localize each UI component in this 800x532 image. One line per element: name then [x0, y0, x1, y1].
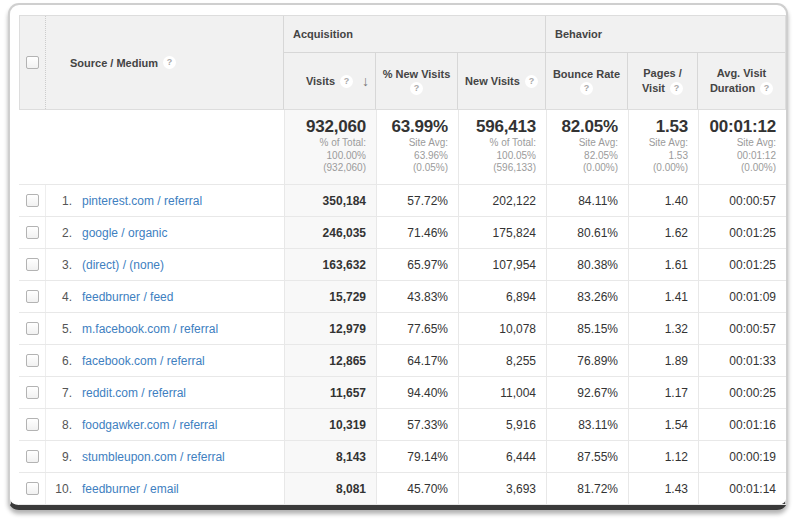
- column-header-new-visits[interactable]: New Visits ?: [457, 53, 545, 109]
- source-medium-link[interactable]: (direct) / (none): [82, 258, 164, 272]
- row-checkbox-cell: [19, 217, 45, 248]
- avg-visit-duration-value: 00:01:33: [698, 345, 786, 376]
- source-medium-label: Source / Medium: [70, 57, 158, 69]
- source-medium-cell: 10. feedburner / email: [45, 473, 284, 504]
- row-checkbox[interactable]: [26, 226, 39, 239]
- row-checkbox[interactable]: [26, 258, 39, 271]
- row-checkbox-cell: [19, 409, 45, 440]
- source-medium-cell: 2. google / organic: [45, 217, 284, 248]
- source-medium-link[interactable]: google / organic: [82, 226, 167, 240]
- new-visits-label: New Visits: [465, 74, 520, 89]
- row-index: 1.: [46, 194, 72, 208]
- summary-new-visits-subtext: % of Total:: [489, 137, 536, 150]
- help-icon[interactable]: ?: [525, 75, 538, 88]
- avg-visit-duration-label-line1: Avg. Visit: [717, 66, 767, 81]
- help-icon[interactable]: ?: [163, 56, 176, 69]
- row-checkbox[interactable]: [26, 322, 39, 335]
- source-medium-cell: 8. foodgawker.com / referral: [45, 409, 284, 440]
- source-medium-cell: 6. facebook.com / referral: [45, 345, 284, 376]
- column-header-source-medium[interactable]: Source / Medium ?: [46, 56, 283, 69]
- column-header-visits[interactable]: Visits ? ↓: [283, 53, 375, 109]
- summary-avg-visit-duration-value: 00:01:12: [710, 117, 776, 137]
- row-checkbox-cell: [19, 281, 45, 312]
- column-header-bounce-rate[interactable]: Bounce Rate ?: [545, 53, 627, 109]
- summary-visits-subtext: % of Total:: [319, 137, 366, 150]
- column-header-pages-per-visit[interactable]: Pages / Visit ?: [627, 53, 697, 109]
- bounce-rate-label: Bounce Rate: [553, 67, 620, 82]
- column-header-pct-new-visits[interactable]: % New Visits ?: [375, 53, 457, 109]
- row-index: 8.: [46, 418, 72, 432]
- new-visits-value: 6,894: [458, 281, 546, 312]
- row-checkbox[interactable]: [26, 290, 39, 303]
- row-checkbox[interactable]: [26, 450, 39, 463]
- row-checkbox-cell: [19, 313, 45, 344]
- row-checkbox-cell: [19, 185, 45, 216]
- row-checkbox[interactable]: [26, 194, 39, 207]
- source-medium-cell: 5. m.facebook.com / referral: [45, 313, 284, 344]
- source-medium-link[interactable]: feedburner / feed: [82, 290, 173, 304]
- select-all-checkbox[interactable]: [26, 56, 39, 69]
- behavior-label: Behavior: [555, 28, 602, 40]
- column-header-avg-visit-duration[interactable]: Avg. Visit Duration ?: [697, 53, 785, 109]
- summary-pct-new-visits-value: 63.99%: [392, 117, 448, 137]
- table-row: 3. (direct) / (none) 163,632 65.97% 107,…: [19, 249, 786, 281]
- bounce-rate-value: 80.61%: [546, 217, 628, 248]
- source-medium-link[interactable]: pinterest.com / referral: [82, 194, 202, 208]
- pages-per-visit-value: 1.12: [628, 441, 698, 472]
- avg-visit-duration-value: 00:01:25: [698, 249, 786, 280]
- table-header: Source / Medium ? Acquisition Behavior: [19, 15, 786, 110]
- row-checkbox-cell: [19, 441, 45, 472]
- source-medium-link[interactable]: m.facebook.com / referral: [82, 322, 218, 336]
- summary-visits: 932,060% of Total:100.00%(932,060): [284, 110, 376, 184]
- sort-desc-icon[interactable]: ↓: [362, 74, 369, 89]
- source-medium-link[interactable]: stumbleupon.com / referral: [82, 450, 225, 464]
- help-icon[interactable]: ?: [340, 75, 353, 88]
- help-icon[interactable]: ?: [580, 82, 593, 95]
- source-medium-cell: 4. feedburner / feed: [45, 281, 284, 312]
- summary-visits-subtext: (932,060): [323, 162, 366, 175]
- group-header-acquisition: Acquisition: [283, 16, 545, 52]
- pages-per-visit-value: 1.41: [628, 281, 698, 312]
- visits-value: 8,081: [284, 473, 376, 504]
- row-checkbox[interactable]: [26, 482, 39, 495]
- row-checkbox[interactable]: [26, 354, 39, 367]
- help-icon[interactable]: ?: [670, 82, 683, 95]
- group-header-row: Acquisition Behavior: [283, 16, 785, 53]
- avg-visit-duration-value: 00:00:19: [698, 441, 786, 472]
- row-index: 5.: [46, 322, 72, 336]
- row-checkbox-cell: [19, 377, 45, 408]
- visits-value: 12,979: [284, 313, 376, 344]
- table-row: 10. feedburner / email 8,081 45.70% 3,69…: [19, 473, 786, 505]
- source-medium-link[interactable]: facebook.com / referral: [82, 354, 205, 368]
- summary-bounce-rate-value: 82.05%: [562, 117, 618, 137]
- summary-new-visits-subtext: (596,133): [493, 162, 536, 175]
- pct-new-visits-value: 94.40%: [376, 377, 458, 408]
- bounce-rate-value: 83.26%: [546, 281, 628, 312]
- new-visits-value: 10,078: [458, 313, 546, 344]
- visits-value: 11,657: [284, 377, 376, 408]
- new-visits-value: 8,255: [458, 345, 546, 376]
- row-checkbox[interactable]: [26, 418, 39, 431]
- source-medium-link[interactable]: foodgawker.com / referral: [82, 418, 217, 432]
- summary-pct-new-visits-subtext: (0.05%): [413, 162, 448, 175]
- source-medium-link[interactable]: feedburner / email: [82, 482, 179, 496]
- table-row: 5. m.facebook.com / referral 12,979 77.6…: [19, 313, 786, 345]
- summary-bounce-rate: 82.05%Site Avg:82.05%(0.00%): [546, 110, 628, 184]
- summary-pages-per-visit-subtext: 1.53: [669, 150, 688, 163]
- help-icon[interactable]: ?: [760, 82, 773, 95]
- table-row: 1. pinterest.com / referral 350,184 57.7…: [19, 185, 786, 217]
- summary-new-visits-value: 596,413: [476, 117, 536, 137]
- summary-pages-per-visit: 1.53Site Avg:1.53(0.00%): [628, 110, 698, 184]
- metric-headers: Acquisition Behavior Visits ? ↓: [283, 16, 785, 109]
- source-medium-link[interactable]: reddit.com / referral: [82, 386, 186, 400]
- row-checkbox[interactable]: [26, 386, 39, 399]
- summary-bounce-rate-subtext: Site Avg:: [579, 137, 618, 150]
- visits-value: 15,729: [284, 281, 376, 312]
- source-medium-cell: 9. stumbleupon.com / referral: [45, 441, 284, 472]
- pct-new-visits-value: 57.72%: [376, 185, 458, 216]
- help-icon[interactable]: ?: [410, 82, 423, 95]
- row-index: 3.: [46, 258, 72, 272]
- table-row: 2. google / organic 246,035 71.46% 175,8…: [19, 217, 786, 249]
- summary-cells: 932,060% of Total:100.00%(932,060)63.99%…: [284, 110, 786, 184]
- bounce-rate-value: 76.89%: [546, 345, 628, 376]
